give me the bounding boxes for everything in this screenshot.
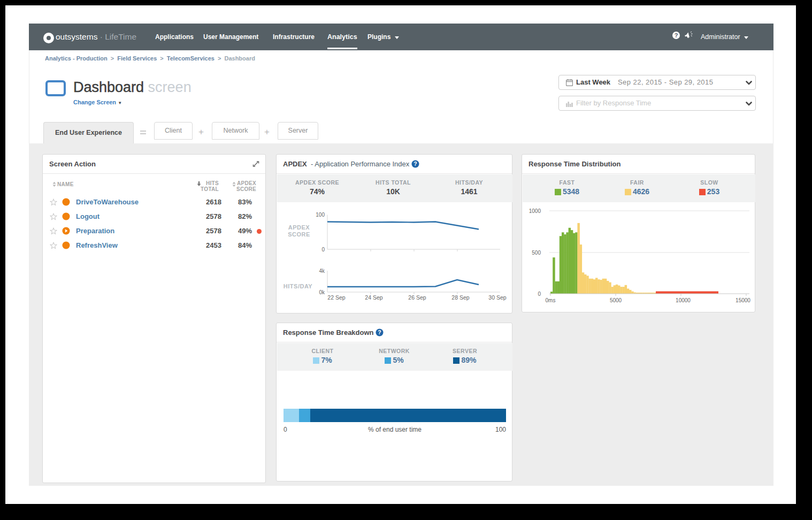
svg-text:?: ?	[675, 32, 678, 39]
svg-text:24 Sep: 24 Sep	[365, 294, 382, 301]
svg-text:1000: 1000	[529, 208, 541, 214]
svg-text:500: 500	[532, 250, 541, 256]
svg-text:?: ?	[378, 329, 381, 335]
svg-text:22 Sep: 22 Sep	[327, 294, 345, 301]
svg-text:30 Sep: 30 Sep	[488, 294, 506, 301]
svg-text:0ms: 0ms	[546, 297, 556, 303]
svg-text:4k: 4k	[319, 268, 325, 274]
svg-text:0: 0	[538, 291, 541, 297]
svg-text:APDEX: APDEX	[288, 224, 310, 231]
svg-text:10000: 10000	[676, 297, 691, 303]
svg-text:SCORE: SCORE	[288, 231, 310, 238]
svg-text:28 Sep: 28 Sep	[451, 294, 469, 301]
svg-text:15000: 15000	[736, 297, 750, 303]
svg-text:HITS/DAY: HITS/DAY	[284, 283, 312, 289]
svg-text:5000: 5000	[610, 297, 622, 303]
svg-text:?: ?	[413, 160, 417, 167]
svg-text:0k: 0k	[319, 289, 325, 295]
svg-text:0: 0	[321, 247, 325, 253]
svg-text:26 Sep: 26 Sep	[408, 294, 426, 301]
svg-text:100: 100	[316, 212, 325, 218]
